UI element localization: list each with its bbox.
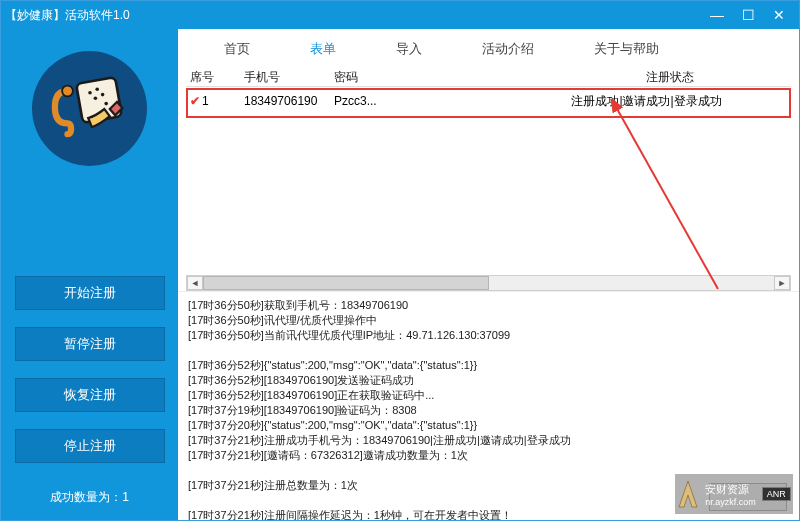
horizontal-scrollbar[interactable]: ◄ ►	[186, 275, 791, 291]
cell-status: 注册成功|邀请成功|登录成功	[542, 93, 791, 110]
stop-register-button[interactable]: 停止注册	[15, 429, 165, 463]
title-bar: 【妙健康】活动软件1.0 — ☐ ✕	[1, 1, 799, 29]
col-phone: 手机号	[244, 69, 334, 86]
svg-line-7	[616, 107, 718, 289]
cell-phone: 18349706190	[244, 94, 334, 108]
col-status: 注册状态	[646, 69, 791, 86]
table-region: 席号 手机号 密码 注册状态 ✔1 18349706190 Pzcc3... 注…	[178, 69, 799, 291]
table-row[interactable]: ✔1 18349706190 Pzcc3... 注册成功|邀请成功|登录成功	[186, 91, 791, 111]
svg-point-1	[88, 91, 92, 95]
svg-point-5	[104, 101, 108, 105]
tab-bar: 首页 表单 导入 活动介绍 关于与帮助	[178, 29, 799, 69]
col-seq: 席号	[190, 69, 244, 86]
tab-import[interactable]: 导入	[394, 36, 424, 62]
cell-seq: ✔1	[190, 94, 244, 108]
close-icon[interactable]: ✕	[773, 7, 785, 23]
tab-intro[interactable]: 活动介绍	[480, 36, 536, 62]
maximize-icon[interactable]: ☐	[742, 7, 755, 23]
tab-form[interactable]: 表单	[308, 36, 338, 62]
annotation-arrow-icon	[578, 99, 738, 299]
tab-help[interactable]: 关于与帮助	[592, 36, 661, 62]
pause-register-button[interactable]: 暂停注册	[15, 327, 165, 361]
tab-home[interactable]: 首页	[222, 36, 252, 62]
log-action-button[interactable]	[709, 483, 787, 511]
scroll-track[interactable]	[203, 276, 774, 290]
scroll-right-icon[interactable]: ►	[774, 276, 790, 290]
scroll-thumb[interactable]	[203, 276, 489, 290]
minimize-icon[interactable]: —	[710, 7, 724, 23]
window-title: 【妙健康】活动软件1.0	[5, 7, 130, 24]
svg-point-2	[95, 87, 99, 91]
window-controls: — ☐ ✕	[710, 7, 785, 23]
check-icon: ✔	[190, 94, 200, 108]
sidebar: 开始注册 暂停注册 恢复注册 停止注册 成功数量为：1	[1, 29, 178, 521]
table-header-row: 席号 手机号 密码 注册状态	[186, 69, 791, 87]
svg-point-4	[100, 92, 104, 96]
svg-point-6	[62, 85, 73, 96]
scroll-left-icon[interactable]: ◄	[187, 276, 203, 290]
main-panel: 首页 表单 导入 活动介绍 关于与帮助 席号 手机号 密码 注册状态 ✔1 18…	[178, 29, 799, 521]
resume-register-button[interactable]: 恢复注册	[15, 378, 165, 412]
start-register-button[interactable]: 开始注册	[15, 276, 165, 310]
svg-point-3	[93, 96, 97, 100]
active-tab-indicator	[312, 1, 352, 4]
col-password: 密码	[334, 69, 646, 86]
cell-password: Pzcc3...	[334, 94, 542, 108]
log-output: [17时36分50秒]获取到手机号：18349706190 [17时36分50秒…	[178, 291, 799, 521]
app-logo	[32, 51, 147, 166]
success-counter: 成功数量为：1	[50, 489, 129, 506]
